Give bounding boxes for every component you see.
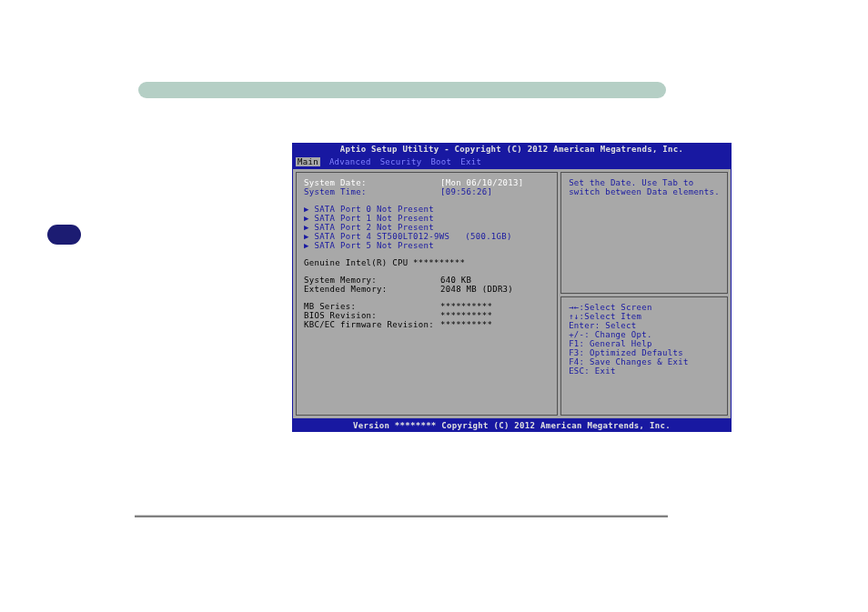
help-line1: Set the Date. Use Tab to bbox=[569, 178, 720, 187]
cpu-text: Genuine Intel(R) CPU ********** bbox=[304, 258, 465, 267]
kbcec-value: ********** bbox=[440, 320, 492, 329]
help-keys: →←:Select Screen ↑↓:Select Item Enter: S… bbox=[560, 296, 728, 416]
sata0-text: SATA Port 0 Not Present bbox=[314, 205, 434, 214]
arrow-icon: ▶ bbox=[304, 223, 314, 232]
extmem-value: 2048 MB (DDR3) bbox=[440, 285, 513, 294]
bios-right-panel: Set the Date. Use Tab to switch between … bbox=[560, 172, 728, 416]
system-time-value: [09:56:26] bbox=[440, 187, 492, 196]
keys-l4: +/-: Change Opt. bbox=[569, 330, 720, 339]
sata2-text: SATA Port 2 Not Present bbox=[314, 223, 434, 232]
row-sata5[interactable]: ▶ SATA Port 5 Not Present bbox=[304, 241, 550, 250]
biosrev-value: ********** bbox=[440, 311, 492, 320]
keys-l1: →←:Select Screen bbox=[569, 303, 720, 312]
tab-boot[interactable]: Boot bbox=[430, 157, 451, 166]
keys-l3: Enter: Select bbox=[569, 321, 720, 330]
biosrev-label: BIOS Revision: bbox=[304, 311, 440, 320]
bios-footer: Version ******** Copyright (C) 2012 Amer… bbox=[292, 419, 732, 432]
row-system-time[interactable]: System Time: [09:56:26] bbox=[304, 187, 550, 196]
arrow-icon: ▶ bbox=[304, 214, 314, 223]
row-cpu: Genuine Intel(R) CPU ********** bbox=[304, 258, 550, 267]
arrow-icon: ▶ bbox=[304, 241, 314, 250]
bios-title: Aptio Setup Utility - Copyright (C) 2012… bbox=[292, 143, 732, 156]
tab-main[interactable]: Main bbox=[296, 157, 320, 166]
tab-advanced[interactable]: Advanced bbox=[329, 157, 371, 166]
keys-l7: F4: Save Changes & Exit bbox=[569, 357, 720, 366]
arrow-icon: ▶ bbox=[304, 205, 314, 214]
bios-window: Aptio Setup Utility - Copyright (C) 2012… bbox=[292, 143, 732, 428]
sysmem-value: 640 KB bbox=[440, 276, 471, 285]
system-date-value: [Mon 06/10/2013] bbox=[440, 178, 524, 187]
row-sata2[interactable]: ▶ SATA Port 2 Not Present bbox=[304, 223, 550, 232]
row-sata4[interactable]: ▶ SATA Port 4 ST500LT012-9WS (500.1GB) bbox=[304, 232, 550, 241]
row-sysmem: System Memory: 640 KB bbox=[304, 276, 550, 285]
sata5-text: SATA Port 5 Not Present bbox=[314, 241, 434, 250]
keys-l2: ↑↓:Select Item bbox=[569, 312, 720, 321]
bios-body: System Date: [Mon 06/10/2013] System Tim… bbox=[292, 168, 732, 419]
system-date-label: System Date: bbox=[304, 178, 440, 187]
row-extmem: Extended Memory: 2048 MB (DDR3) bbox=[304, 285, 550, 294]
row-biosrev: BIOS Revision: ********** bbox=[304, 311, 550, 320]
extmem-label: Extended Memory: bbox=[304, 285, 440, 294]
bios-tabs: Main Advanced Security Boot Exit bbox=[292, 156, 732, 168]
help-description: Set the Date. Use Tab to switch between … bbox=[560, 172, 728, 294]
pill-header bbox=[138, 82, 666, 98]
row-sata0[interactable]: ▶ SATA Port 0 Not Present bbox=[304, 205, 550, 214]
tab-exit[interactable]: Exit bbox=[460, 157, 481, 166]
system-time-label: System Time: bbox=[304, 187, 440, 196]
sata4-text: SATA Port 4 ST500LT012-9WS (500.1GB) bbox=[314, 232, 511, 241]
bios-left-panel: System Date: [Mon 06/10/2013] System Tim… bbox=[296, 172, 558, 416]
keys-l5: F1: General Help bbox=[569, 339, 720, 348]
page-divider bbox=[135, 515, 668, 517]
sysmem-label: System Memory: bbox=[304, 276, 440, 285]
keys-l8: ESC: Exit bbox=[569, 366, 720, 376]
row-kbcec: KBC/EC firmware Revision: ********** bbox=[304, 320, 550, 329]
keys-l6: F3: Optimized Defaults bbox=[569, 348, 720, 357]
sata1-text: SATA Port 1 Not Present bbox=[314, 214, 434, 223]
mb-label: MB Series: bbox=[304, 302, 440, 311]
row-system-date[interactable]: System Date: [Mon 06/10/2013] bbox=[304, 178, 550, 187]
kbcec-label: KBC/EC firmware Revision: bbox=[304, 320, 440, 329]
mb-value: ********** bbox=[440, 302, 492, 311]
side-badge bbox=[47, 225, 81, 245]
help-line2: switch between Data elements. bbox=[569, 187, 720, 196]
arrow-icon: ▶ bbox=[304, 232, 314, 241]
row-mb: MB Series: ********** bbox=[304, 302, 550, 311]
row-sata1[interactable]: ▶ SATA Port 1 Not Present bbox=[304, 214, 550, 223]
tab-security[interactable]: Security bbox=[380, 157, 422, 166]
